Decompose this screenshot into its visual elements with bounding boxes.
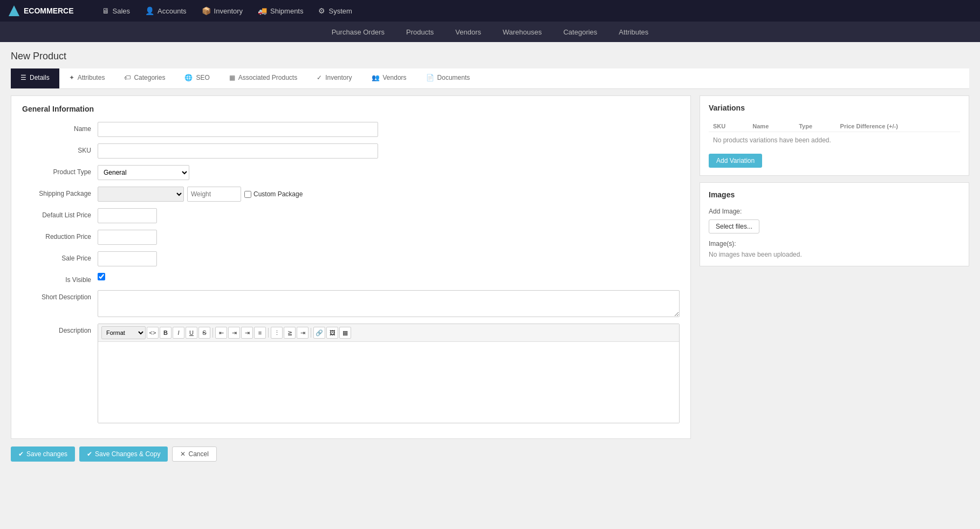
save-changes-copy-button[interactable]: ✔ Save Changes & Copy [79,446,168,462]
tab-categories-icon: 🏷 [124,74,131,81]
sku-input[interactable] [98,143,378,159]
brand-text: ECOMMERCE [24,6,74,15]
tab-documents-icon: 📄 [426,74,434,81]
tab-details-label: Details [30,74,50,81]
short-description-label: Short Description [22,290,98,301]
cancel-button[interactable]: ✕ Cancel [172,446,216,462]
brand-logo[interactable]: ECOMMERCE [9,5,74,16]
tab-seo-icon: 🌐 [184,74,193,81]
select-files-button[interactable]: Select files... [709,219,759,233]
toolbar-code-btn[interactable]: <> [147,327,159,339]
images-empty-message: No images have been uploaded. [709,251,960,258]
tab-categories[interactable]: 🏷 Categories [114,68,175,88]
toolbar-image-btn[interactable]: 🖼 [326,327,338,339]
bottom-actions: ✔ Save changes ✔ Save Changes & Copy ✕ C… [11,439,969,462]
sku-row: SKU [22,143,680,159]
tab-attributes-icon: ✦ [69,74,74,81]
variations-table: SKU Name Type Price Difference (+/-) No … [709,121,960,148]
nav-item-shipments[interactable]: 🚚 Shipments [251,0,310,22]
shipments-icon: 🚚 [258,6,267,15]
toolbar-link-btn[interactable]: 🔗 [313,327,325,339]
sub-nav-label-products: Products [406,28,434,36]
tab-details[interactable]: ☰ Details [11,68,59,88]
variations-empty-message: No products variations have been added. [709,132,960,148]
toolbar-bold-btn[interactable]: B [160,327,172,339]
is-visible-checkbox-wrapper [98,273,105,280]
variations-col-sku: SKU [709,121,748,132]
tab-details-icon: ☰ [20,74,26,81]
add-variation-button[interactable]: Add Variation [709,154,762,168]
nav-item-inventory[interactable]: 📦 Inventory [195,0,249,22]
tab-associated-products-icon: ▦ [229,74,235,81]
sub-nav-products[interactable]: Products [395,22,444,42]
toolbar-list-ul-btn[interactable]: ⋮ [271,327,283,339]
weight-input[interactable] [187,187,241,202]
save-changes-label: Save changes [26,450,67,458]
sub-navigation: Purchase Orders Products Vendors Warehou… [0,22,980,42]
nav-item-sales[interactable]: 🖥 Sales [95,0,137,22]
tab-inventory-icon: ✓ [317,74,322,81]
tab-vendors-icon: 👥 [372,74,380,81]
product-tabs: ☰ Details ✦ Attributes 🏷 Categories 🌐 SE… [11,68,969,89]
sub-nav-vendors[interactable]: Vendors [444,22,492,42]
nav-item-accounts[interactable]: 👤 Accounts [139,0,193,22]
toolbar-align-right-btn[interactable]: ⇥ [241,327,253,339]
save-copy-icon: ✔ [87,450,92,458]
sub-nav-label-categories: Categories [563,28,597,36]
page-title: New Product [11,51,969,62]
accounts-icon: 👤 [145,6,154,15]
tab-inventory[interactable]: ✓ Inventory [307,68,361,88]
toolbar-align-left-btn[interactable]: ⇤ [215,327,227,339]
general-info-title: General Information [22,105,680,113]
format-select[interactable]: Format Paragraph Heading 1 Heading 2 [101,326,146,339]
tab-associated-products[interactable]: ▦ Associated Products [220,68,307,88]
nav-label-shipments: Shipments [270,7,303,15]
description-label: Description [22,324,98,334]
tab-attributes[interactable]: ✦ Attributes [59,68,115,88]
short-description-textarea[interactable] [98,290,680,317]
toolbar-outdent-btn[interactable]: ⇥ [297,327,309,339]
reduction-price-input[interactable] [98,230,157,245]
sub-nav-purchase-orders[interactable]: Purchase Orders [321,22,395,42]
custom-package-label[interactable]: Custom Package [244,190,303,198]
system-icon: ⚙ [318,6,325,15]
inventory-icon: 📦 [202,6,211,15]
product-type-row: Product Type General Digital Bundle [22,165,680,180]
description-editor-body[interactable] [98,342,679,423]
toolbar-italic-btn[interactable]: I [173,327,184,339]
images-section: Images Add Image: Select files... Image(… [700,182,969,266]
product-type-select[interactable]: General Digital Bundle [98,165,189,180]
tab-documents[interactable]: 📄 Documents [416,68,480,88]
sub-nav-label-purchase-orders: Purchase Orders [332,28,385,36]
sub-nav-warehouses[interactable]: Warehouses [492,22,553,42]
default-list-price-input[interactable] [98,208,157,223]
toolbar-align-center-btn[interactable]: ⇥ [228,327,240,339]
save-changes-button[interactable]: ✔ Save changes [11,446,75,462]
toolbar-list-ol-btn[interactable]: ≧ [284,327,296,339]
name-input[interactable] [98,122,378,137]
nav-item-system[interactable]: ⚙ System [312,0,358,22]
tab-vendors-label: Vendors [383,74,407,81]
toolbar-underline-btn[interactable]: U [186,327,197,339]
tab-seo-label: SEO [196,74,209,81]
is-visible-label: Is Visible [22,273,98,284]
toolbar-divider-2 [268,328,269,338]
is-visible-row: Is Visible [22,273,680,284]
editor-toolbar: Format Paragraph Heading 1 Heading 2 <> … [98,324,679,342]
toolbar-align-justify-btn[interactable]: ≡ [254,327,266,339]
variations-col-price-diff: Price Difference (+/-) [836,121,960,132]
is-visible-checkbox[interactable] [98,273,105,280]
cancel-label: Cancel [188,450,208,458]
nav-label-accounts: Accounts [157,7,186,15]
sub-nav-categories[interactable]: Categories [552,22,608,42]
toolbar-strikethrough-btn[interactable]: S [198,327,210,339]
toolbar-table-btn[interactable]: ▦ [339,327,351,339]
tab-vendors[interactable]: 👥 Vendors [362,68,416,88]
add-image-label: Add Image: [709,208,960,215]
shipping-package-select[interactable] [98,187,184,202]
sale-price-input[interactable] [98,251,157,266]
tab-seo[interactable]: 🌐 SEO [175,68,219,88]
sales-icon: 🖥 [102,6,109,15]
custom-package-checkbox[interactable] [244,191,251,198]
sub-nav-attributes[interactable]: Attributes [608,22,659,42]
